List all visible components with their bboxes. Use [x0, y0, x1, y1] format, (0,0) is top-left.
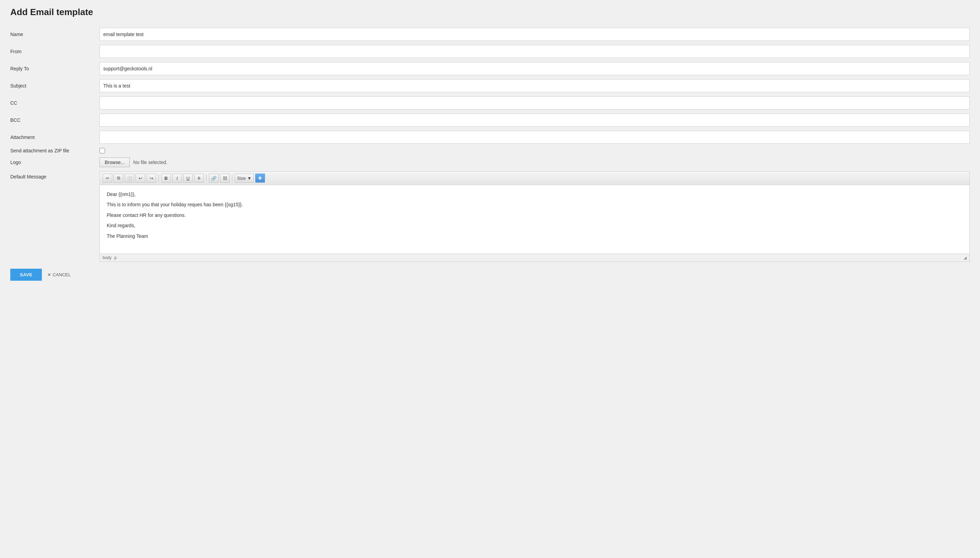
paste-button[interactable]: ⬜ [125, 174, 134, 182]
editor-footer: body p ◢ [100, 254, 969, 261]
size-arrow-icon: ▼ [247, 176, 252, 181]
cc-label: CC [10, 100, 100, 106]
size-label: Size [237, 176, 246, 181]
size-dropdown[interactable]: Size ▼ [235, 174, 254, 182]
name-label: Name [10, 31, 100, 37]
underline-button[interactable]: U [183, 174, 193, 182]
cc-input[interactable] [100, 97, 970, 110]
default-message-row: Default Message ✂ ⧉ ⬜ ↩ ↪ B I U S 🔗 ⛓ Si… [10, 171, 970, 262]
editor-toolbar: ✂ ⧉ ⬜ ↩ ↪ B I U S 🔗 ⛓ Size ▼ ✚ [100, 172, 969, 185]
subject-label: Subject [10, 83, 100, 89]
plugin-button[interactable]: ✚ [255, 174, 265, 182]
toolbar-separator-2 [206, 174, 206, 182]
footer-actions: SAVE ✕ CANCEL [10, 269, 970, 281]
bold-button[interactable]: B [161, 174, 171, 182]
italic-button[interactable]: I [172, 174, 182, 182]
editor-line-1: Dear {{nm1}}, [107, 190, 962, 198]
from-input[interactable] [100, 45, 970, 58]
bcc-row: BCC [10, 113, 970, 126]
subject-row: Subject [10, 79, 970, 92]
toolbar-separator-3 [232, 174, 232, 182]
from-row: From [10, 45, 970, 58]
page-title: Add Email template [10, 7, 970, 18]
subject-input[interactable] [100, 79, 970, 92]
editor-footer-body: body [103, 255, 111, 260]
file-selected-label: No file selected. [133, 159, 167, 165]
attachment-input[interactable] [100, 131, 970, 144]
editor-container: ✂ ⧉ ⬜ ↩ ↪ B I U S 🔗 ⛓ Size ▼ ✚ Dear {{nm… [100, 171, 970, 262]
bcc-input[interactable] [100, 113, 970, 126]
redo-button[interactable]: ↪ [146, 174, 156, 182]
attachment-label: Attachment [10, 135, 100, 140]
zip-row: Send attachment as ZIP file [10, 148, 970, 153]
name-input[interactable] [100, 28, 970, 41]
cut-button[interactable]: ✂ [103, 174, 112, 182]
toolbar-separator-1 [159, 174, 159, 182]
editor-line-3: Please contact HR for any questions. [107, 212, 962, 219]
unlink-button[interactable]: ⛓ [220, 174, 229, 182]
resize-handle-icon: ◢ [964, 255, 967, 260]
reply-to-row: Reply To [10, 62, 970, 75]
editor-footer-tags: body p [103, 255, 117, 260]
logo-label: Logo [10, 159, 100, 165]
from-label: From [10, 49, 100, 54]
attachment-row: Attachment [10, 131, 970, 144]
undo-button[interactable]: ↩ [136, 174, 145, 182]
editor-footer-p: p [114, 255, 117, 260]
name-row: Name [10, 28, 970, 41]
cancel-button[interactable]: ✕ CANCEL [48, 272, 71, 277]
zip-checkbox[interactable] [100, 148, 105, 153]
editor-line-5: The Planning Team [107, 232, 962, 240]
editor-line-2: This is to inform you that your holiday … [107, 201, 962, 208]
reply-to-input[interactable] [100, 62, 970, 75]
link-button[interactable]: 🔗 [209, 174, 219, 182]
logo-row: Logo Browse... No file selected. [10, 158, 970, 167]
bcc-label: BCC [10, 117, 100, 123]
cancel-label: CANCEL [52, 272, 71, 277]
cc-row: CC [10, 97, 970, 110]
copy-button[interactable]: ⧉ [113, 174, 123, 182]
zip-label: Send attachment as ZIP file [10, 148, 100, 153]
browse-button[interactable]: Browse... [100, 158, 130, 167]
cancel-x-icon: ✕ [48, 272, 51, 277]
default-message-label: Default Message [10, 171, 100, 179]
strikethrough-button[interactable]: S [194, 174, 204, 182]
editor-body[interactable]: Dear {{nm1}}, This is to inform you that… [100, 185, 969, 254]
editor-line-4: Kind regards, [107, 222, 962, 229]
reply-to-label: Reply To [10, 66, 100, 71]
save-button[interactable]: SAVE [10, 269, 42, 281]
